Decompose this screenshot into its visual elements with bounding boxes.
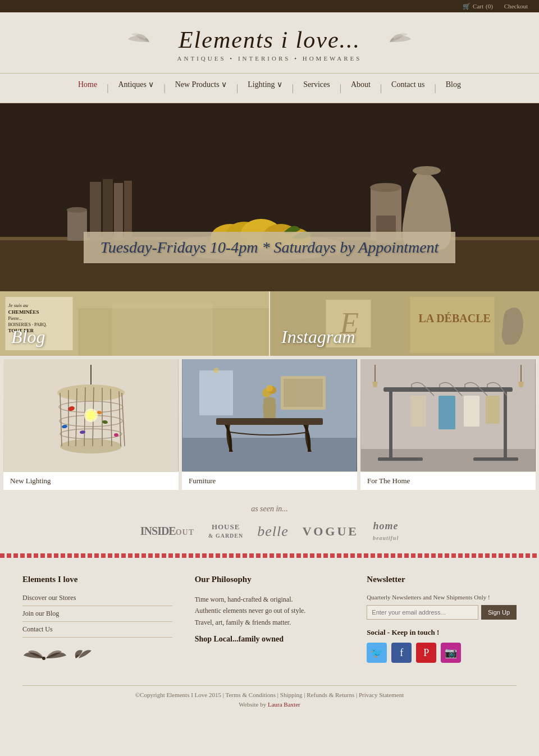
- footer-col3-title: Newsletter: [367, 575, 517, 587]
- svg-rect-80: [464, 396, 479, 427]
- footer-col-newsletter: Newsletter Quarterly Newsletters and New…: [367, 575, 517, 668]
- checkout-link[interactable]: Checkout: [504, 3, 528, 10]
- top-bar: 🛒 Cart (0) Checkout: [0, 0, 539, 12]
- lighting-image: [3, 359, 179, 471]
- hero-overlay: Tuesday-Fridays 10-4pm * Saturdays by Ap…: [0, 232, 539, 263]
- logo-belle: belle: [257, 523, 289, 540]
- svg-rect-81: [486, 396, 500, 424]
- svg-point-18: [67, 207, 87, 213]
- logo-vogue: VOGUE: [303, 524, 359, 539]
- right-wing-decoration: [367, 31, 412, 57]
- home-image: [360, 359, 536, 471]
- svg-text:Pierre...: Pierre...: [8, 316, 22, 321]
- site-header: Elements i love... ANTIQUES • INTERIORS …: [0, 12, 539, 73]
- footer-credit: Website by Laura Baxter: [22, 701, 517, 708]
- header-wings: Elements i love... ANTIQUES • INTERIORS …: [11, 26, 528, 62]
- cart-link[interactable]: 🛒 Cart (0): [463, 3, 493, 10]
- hero-banner: Tuesday-Fridays 10-4pm * Saturdays by Ap…: [0, 103, 539, 291]
- logo-house-garden: HOUSE& GARDEN: [208, 523, 243, 539]
- logo-inside-out: INSIDEOut: [140, 525, 194, 538]
- home-label: For The Home: [360, 471, 536, 490]
- svg-text:LA DÉBACLE: LA DÉBACLE: [419, 312, 491, 324]
- nav-about[interactable]: About: [344, 77, 377, 91]
- footer-col2-title: Our Philosophy: [195, 575, 345, 587]
- credit-link[interactable]: Laura Baxter: [268, 701, 300, 708]
- logos-row: INSIDEOut HOUSE& GARDEN belle VOGUE home…: [22, 520, 517, 542]
- svg-rect-75: [504, 387, 507, 460]
- svg-rect-78: [410, 396, 426, 427]
- site-subtitle: ANTIQUES • INTERIORS • HOMEWARES: [177, 55, 362, 62]
- promo-grid: Je suis au CHEMINÉES Pierre... BOISERIES…: [0, 291, 539, 356]
- svg-point-35: [57, 384, 125, 401]
- footer-link-contact[interactable]: Contact Us: [22, 625, 172, 638]
- newsletter-submit[interactable]: Sign Up: [481, 605, 517, 620]
- footer-logo-wings: [22, 646, 172, 668]
- blog-promo[interactable]: Je suis au CHEMINÉES Pierre... BOISERIES…: [0, 291, 270, 356]
- svg-rect-79: [438, 396, 455, 429]
- footer-philosophy-text3: Travel, art, family & friends matter.: [195, 617, 345, 628]
- instagram-icon[interactable]: 📷: [441, 643, 461, 663]
- svg-rect-67: [199, 370, 233, 415]
- footer-link-stores[interactable]: Discover our Stores: [22, 594, 172, 606]
- footer-link-blog[interactable]: Join our Blog: [22, 610, 172, 622]
- newsletter-form: Sign Up: [367, 605, 517, 620]
- svg-text:CHEMINÉES: CHEMINÉES: [8, 309, 39, 315]
- svg-point-19: [413, 166, 441, 175]
- facebook-icon[interactable]: f: [391, 643, 412, 663]
- cart-count: (0): [486, 3, 493, 10]
- svg-point-68: [213, 368, 219, 373]
- furniture-label: Furniture: [182, 471, 357, 490]
- footer-bottom: ©Copyright Elements I Love 2015 | Terms …: [22, 685, 517, 698]
- footer-philosophy-bold: Shop Local...family owned: [195, 633, 345, 646]
- as-seen-label: as seen in...: [22, 505, 517, 514]
- svg-rect-61: [216, 418, 323, 425]
- product-furniture[interactable]: Furniture: [182, 359, 357, 490]
- footer-grid: Elements I love Discover our Stores Join…: [22, 575, 517, 668]
- furniture-image: [182, 359, 357, 471]
- pinterest-icon[interactable]: P: [416, 643, 436, 663]
- as-seen-in-section: as seen in... INSIDEOut HOUSE& GARDEN be…: [0, 493, 539, 553]
- footer-philosophy-text1: Time worn, hand-crafted & original.: [195, 594, 345, 605]
- svg-point-84: [42, 657, 45, 660]
- cart-label: Cart: [473, 3, 483, 10]
- svg-text:Je suis au: Je suis au: [8, 303, 29, 308]
- nav-services[interactable]: Services: [296, 77, 336, 91]
- product-lighting[interactable]: New Lighting: [3, 359, 179, 490]
- footer-philosophy-text2: Authentic elements never go out of style…: [195, 605, 345, 616]
- svg-rect-74: [389, 387, 392, 460]
- svg-rect-66: [284, 379, 323, 407]
- footer-col-links: Elements I love Discover our Stores Join…: [22, 575, 172, 668]
- twitter-icon[interactable]: 🐦: [367, 643, 387, 663]
- logo-home-beautiful: home beautiful: [373, 520, 399, 542]
- newsletter-text: Quarterly Newsletters and New Shipments …: [367, 594, 517, 601]
- svg-point-50: [86, 411, 95, 420]
- footer: Elements I love Discover our Stores Join…: [0, 558, 539, 719]
- main-nav: Home | Antiques ∨ | New Products ∨ | Lig…: [0, 73, 539, 103]
- checkout-label: Checkout: [504, 3, 528, 10]
- newsletter-input[interactable]: [367, 605, 478, 620]
- product-home[interactable]: For The Home: [360, 359, 536, 490]
- nav-lighting[interactable]: Lighting ∨: [241, 77, 289, 91]
- instagram-label: Instagram: [281, 327, 355, 347]
- left-wing-decoration: [127, 31, 172, 57]
- footer-col-philosophy: Our Philosophy Time worn, hand-crafted &…: [195, 575, 345, 668]
- footer-col1-title: Elements I love: [22, 575, 172, 587]
- svg-rect-77: [473, 457, 518, 461]
- svg-rect-28: [112, 303, 213, 356]
- instagram-promo[interactable]: E LA DÉBACLE Instagram: [270, 291, 539, 356]
- nav-antiques[interactable]: Antiques ∨: [111, 77, 161, 91]
- svg-point-15: [370, 183, 401, 192]
- svg-point-64: [266, 385, 273, 392]
- nav-blog[interactable]: Blog: [439, 77, 468, 91]
- nav-contact[interactable]: Contact us: [385, 77, 432, 91]
- nav-home[interactable]: Home: [71, 77, 104, 91]
- svg-point-36: [60, 439, 122, 453]
- product-grid: New Lighting: [0, 356, 539, 493]
- lighting-label: New Lighting: [3, 471, 179, 490]
- nav-new-products[interactable]: New Products ∨: [168, 77, 234, 91]
- svg-rect-60: [182, 438, 357, 471]
- site-title: Elements i love...: [177, 26, 362, 53]
- copyright-text: ©Copyright Elements I Love 2015 | Terms …: [135, 691, 404, 698]
- svg-rect-76: [378, 457, 423, 461]
- cart-icon: 🛒: [463, 3, 471, 10]
